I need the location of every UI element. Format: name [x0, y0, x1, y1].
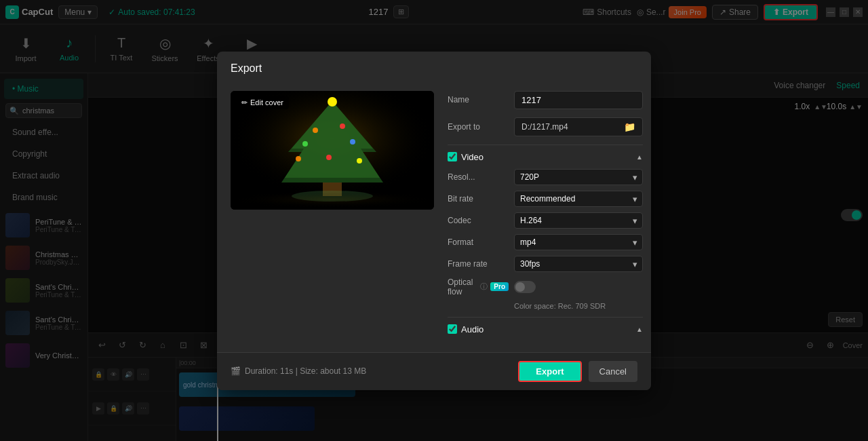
svg-point-19	[326, 155, 332, 160]
bitrate-select[interactable]: Recommended Low High	[514, 191, 643, 207]
format-label: Format	[448, 237, 509, 247]
bitrate-label: Bit rate	[448, 194, 509, 204]
export-path: D:/1217.mp4 📁	[514, 117, 643, 136]
export-button[interactable]: Export	[518, 361, 581, 382]
codec-label: Codec	[448, 216, 509, 225]
resolution-select[interactable]: 720P 1080P 4K	[514, 169, 643, 185]
optical-flow-row: Optical flow ⓘ Pro	[448, 277, 643, 296]
framerate-select[interactable]: 30fps 24fps 60fps	[514, 256, 643, 272]
pro-badge: Pro	[490, 282, 509, 291]
bitrate-row: Bit rate Recommended Low High	[448, 191, 643, 207]
name-row: Name	[448, 91, 643, 109]
format-row: Format mp4 mov avi	[448, 234, 643, 250]
modal-title: Export	[217, 52, 651, 80]
resolution-select-wrapper: 720P 1080P 4K	[514, 169, 643, 185]
svg-point-13	[328, 97, 337, 107]
audio-section: Audio ▲	[448, 317, 643, 334]
optical-flow-label: Optical flow ⓘ Pro	[448, 277, 509, 296]
codec-select[interactable]: H.264 H.265	[514, 212, 643, 229]
footer-info: 🎬 Duration: 11s | Size: about 13 MB	[231, 366, 366, 376]
modal-body: ✏ Edit cover Name Export to D:/1217.mp4	[217, 80, 651, 352]
video-section: Video ▲ Resol... 720P 1080P 4K	[448, 145, 643, 310]
optical-flow-info-icon[interactable]: ⓘ	[480, 282, 488, 292]
format-select[interactable]: mp4 mov avi	[514, 234, 643, 250]
codec-select-wrapper: H.264 H.265	[514, 212, 643, 229]
export-to-row: Export to D:/1217.mp4 📁	[448, 117, 643, 136]
framerate-row: Frame rate 30fps 24fps 60fps	[448, 256, 643, 272]
video-checkbox[interactable]	[448, 152, 457, 161]
cancel-button[interactable]: Cancel	[589, 361, 637, 382]
export-path-text: D:/1217.mp4	[521, 122, 568, 132]
edit-cover-label: Edit cover	[250, 98, 283, 107]
modal-overlay: Export	[0, 0, 868, 441]
svg-point-16	[302, 141, 308, 147]
svg-point-18	[296, 156, 301, 161]
collapse-video-icon[interactable]: ▲	[636, 153, 643, 161]
resolution-label: Resol...	[448, 172, 509, 182]
svg-point-20	[357, 158, 362, 164]
framerate-select-wrapper: 30fps 24fps 60fps	[514, 256, 643, 272]
modal-footer: 🎬 Duration: 11s | Size: about 13 MB Expo…	[217, 352, 651, 390]
codec-row: Codec H.264 H.265	[448, 212, 643, 229]
audio-section-title: Audio	[461, 324, 632, 334]
footer-buttons: Export Cancel	[518, 361, 637, 382]
audio-section-header: Audio ▲	[448, 324, 643, 334]
svg-rect-23	[231, 193, 434, 210]
framerate-label: Frame rate	[448, 259, 509, 269]
export-modal: Export	[217, 52, 651, 390]
svg-point-17	[350, 139, 355, 145]
preview-image: ✏ Edit cover	[231, 91, 434, 210]
format-select-wrapper: mp4 mov avi	[514, 234, 643, 250]
folder-icon[interactable]: 📁	[624, 121, 635, 132]
bitrate-select-wrapper: Recommended Low High	[514, 191, 643, 207]
video-section-title: Video	[461, 152, 632, 162]
resolution-row: Resol... 720P 1080P 4K	[448, 169, 643, 185]
name-input[interactable]	[514, 91, 643, 109]
modal-preview: ✏ Edit cover	[231, 91, 434, 341]
film-icon: 🎬	[231, 366, 241, 376]
optical-flow-knob	[515, 282, 525, 292]
video-section-header: Video ▲	[448, 152, 643, 162]
edit-cover-button[interactable]: ✏ Edit cover	[236, 96, 289, 109]
name-label: Name	[448, 95, 509, 104]
audio-checkbox[interactable]	[448, 324, 457, 334]
svg-point-15	[340, 123, 345, 129]
export-to-label: Export to	[448, 122, 509, 132]
edit-icon: ✏	[241, 98, 248, 107]
footer-duration-text: Duration: 11s | Size: about 13 MB	[245, 366, 366, 376]
svg-point-14	[313, 128, 318, 133]
color-space-info: Color space: Rec. 709 SDR	[514, 302, 643, 310]
modal-fields: Name Export to D:/1217.mp4 📁 Video	[434, 91, 643, 341]
collapse-audio-icon[interactable]: ▲	[636, 326, 643, 333]
optical-flow-toggle[interactable]	[514, 281, 536, 293]
